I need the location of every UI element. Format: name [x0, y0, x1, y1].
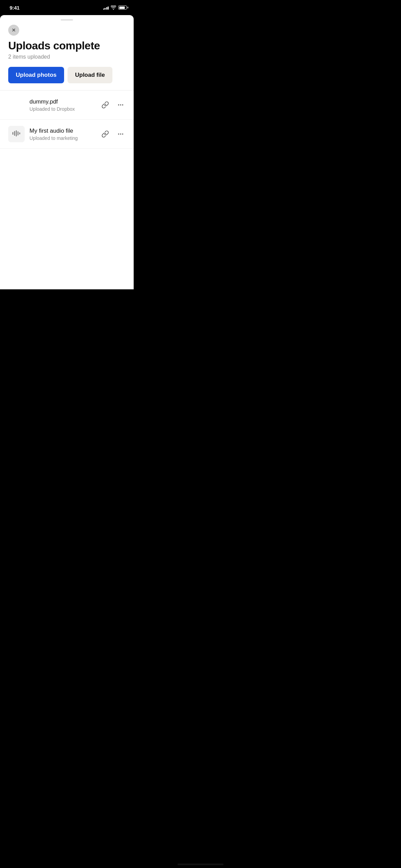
table-row: My first audio file Uploaded to marketin… — [0, 120, 134, 149]
status-icons — [103, 5, 127, 10]
subtitle: 2 items uploaded — [8, 54, 125, 60]
more-icon — [117, 101, 124, 108]
svg-point-9 — [120, 134, 121, 135]
svg-rect-3 — [12, 132, 13, 135]
upload-file-button[interactable]: Upload file — [68, 67, 112, 83]
status-bar: 9:41 — [0, 0, 134, 15]
svg-rect-4 — [14, 131, 15, 136]
button-row: Upload photos Upload file — [8, 67, 125, 90]
svg-rect-7 — [19, 132, 20, 134]
more-options-button[interactable] — [116, 100, 125, 110]
svg-point-2 — [122, 105, 123, 106]
table-row: dummy.pdf Uploaded to Dropbox — [0, 91, 134, 120]
upload-sheet: ✕ Uploads complete 2 items uploaded Uplo… — [0, 15, 134, 289]
battery-icon — [118, 5, 127, 10]
svg-rect-5 — [16, 130, 17, 136]
header-section: ✕ Uploads complete 2 items uploaded Uplo… — [0, 22, 134, 90]
more-options-button[interactable] — [116, 129, 125, 139]
file-info: dummy.pdf Uploaded to Dropbox — [29, 98, 95, 112]
file-thumbnail — [8, 126, 25, 142]
signal-icon — [103, 5, 109, 10]
file-list: dummy.pdf Uploaded to Dropbox — [0, 91, 134, 149]
upload-photos-button[interactable]: Upload photos — [8, 67, 64, 83]
copy-link-button[interactable] — [100, 100, 110, 110]
file-thumbnail — [8, 97, 25, 113]
more-icon — [117, 131, 124, 137]
audio-waveform-icon — [12, 130, 21, 138]
status-time: 9:41 — [10, 5, 20, 11]
svg-point-8 — [118, 134, 119, 135]
svg-point-1 — [120, 105, 121, 106]
file-name: dummy.pdf — [29, 98, 95, 105]
wifi-icon — [111, 5, 116, 10]
drag-handle-area — [0, 15, 134, 22]
close-x-icon: ✕ — [12, 27, 16, 33]
battery-fill — [119, 7, 125, 9]
page-title: Uploads complete — [8, 40, 125, 52]
copy-link-button[interactable] — [100, 129, 110, 139]
svg-rect-6 — [17, 131, 19, 135]
file-actions — [100, 100, 125, 110]
file-info: My first audio file Uploaded to marketin… — [29, 128, 95, 141]
file-actions — [100, 129, 125, 139]
file-name: My first audio file — [29, 128, 95, 134]
file-status: Uploaded to marketing — [29, 135, 95, 141]
link-icon — [101, 101, 109, 109]
svg-point-0 — [118, 105, 119, 106]
drag-handle — [61, 19, 73, 21]
link-icon — [101, 130, 109, 138]
close-button[interactable]: ✕ — [8, 25, 19, 36]
svg-point-10 — [122, 134, 123, 135]
file-status: Uploaded to Dropbox — [29, 106, 95, 112]
